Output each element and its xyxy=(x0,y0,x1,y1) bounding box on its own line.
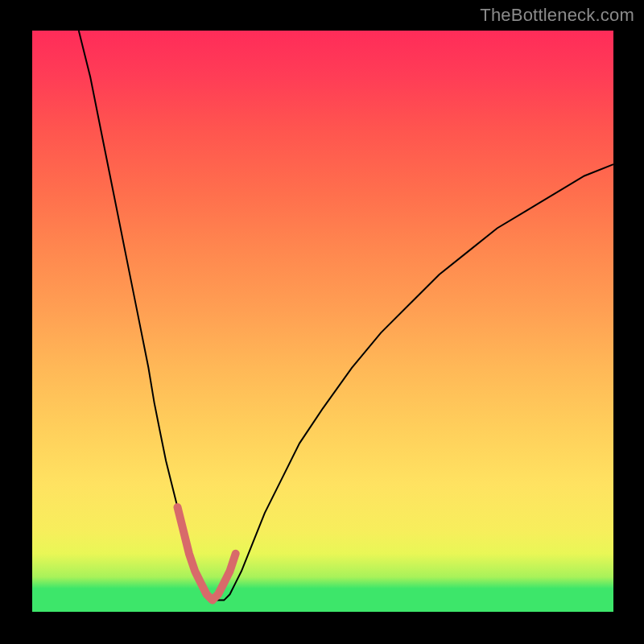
plot-area xyxy=(32,31,613,612)
bottleneck-curve xyxy=(79,31,613,601)
curve-svg xyxy=(32,31,613,612)
watermark-text: TheBottleneck.com xyxy=(480,5,634,26)
chart-frame: TheBottleneck.com xyxy=(0,0,644,644)
valley-highlight xyxy=(178,507,236,601)
